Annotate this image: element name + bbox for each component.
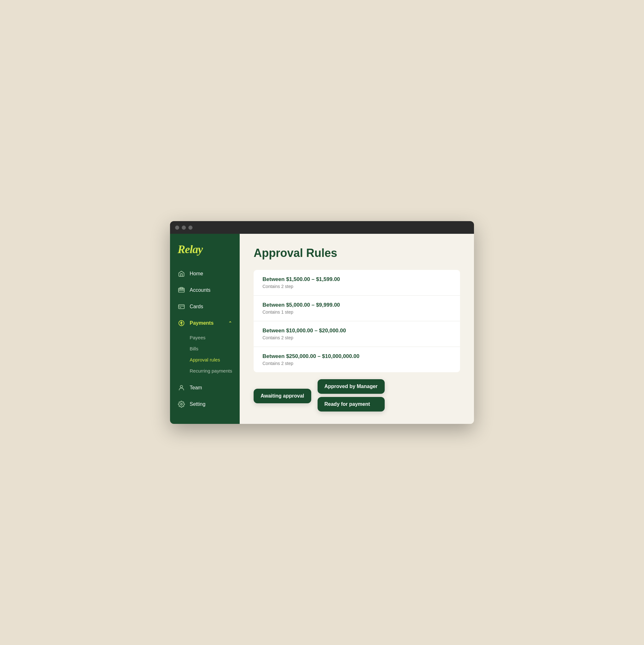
svg-point-6 — [180, 386, 183, 388]
page-title: Approval Rules — [254, 246, 460, 260]
svg-point-7 — [181, 403, 183, 405]
sidebar-item-cards-label: Cards — [190, 304, 203, 309]
browser-titlebar — [170, 221, 474, 234]
traffic-light-minimize[interactable] — [182, 226, 186, 230]
sidebar-item-payees[interactable]: Payees — [190, 332, 240, 343]
awaiting-approval-badge: Awaiting approval — [254, 389, 311, 403]
sidebar-item-accounts-label: Accounts — [190, 287, 211, 293]
rule-steps: Contains 1 step — [263, 309, 451, 314]
rule-row[interactable]: Between $10,000.00 – $20,000.00 Contains… — [254, 321, 460, 347]
app-container: Relay Home — [170, 234, 474, 424]
sidebar-item-accounts[interactable]: Accounts — [170, 282, 240, 298]
svg-rect-2 — [179, 305, 184, 309]
sidebar: Relay Home — [170, 234, 240, 424]
sidebar-item-cards[interactable]: Cards — [170, 299, 240, 314]
sidebar-item-payments[interactable]: Payments ⌃ — [170, 315, 240, 331]
sidebar-item-home[interactable]: Home — [170, 266, 240, 281]
traffic-light-close[interactable] — [175, 226, 179, 230]
rule-steps: Contains 2 step — [263, 361, 451, 366]
sidebar-item-bills[interactable]: Bills — [190, 343, 240, 354]
rule-range: Between $5,000.00 – $9,999.00 — [263, 302, 451, 308]
payments-sub-nav: Payees Bills Approval rules Recurring pa… — [170, 332, 240, 376]
payments-icon — [178, 319, 185, 327]
sidebar-nav: Home Accounts — [170, 266, 240, 418]
rule-range: Between $1,500.00 – $1,599.00 — [263, 276, 451, 282]
sidebar-item-recurring-payments[interactable]: Recurring payments — [190, 365, 240, 376]
sidebar-item-approval-rules[interactable]: Approval rules — [190, 354, 240, 365]
ready-for-payment-badge: Ready for payment — [318, 397, 385, 412]
rule-steps: Contains 2 step — [263, 284, 451, 289]
sidebar-item-team[interactable]: Team — [170, 380, 240, 395]
badges-section: Awaiting approval Approved by Manager Re… — [254, 382, 460, 412]
rule-steps: Contains 2 step — [263, 335, 451, 340]
badge-group: Approved by Manager Ready for payment — [318, 379, 385, 412]
sidebar-item-home-label: Home — [190, 271, 203, 276]
approval-rules-card: Between $1,500.00 – $1,599.00 Contains 2… — [254, 270, 460, 372]
setting-icon — [178, 400, 185, 408]
sidebar-item-setting[interactable]: Setting — [170, 397, 240, 412]
main-content: Approval Rules Between $1,500.00 – $1,59… — [240, 234, 474, 424]
sidebar-item-setting-label: Setting — [190, 401, 206, 407]
sidebar-item-team-label: Team — [190, 385, 202, 391]
rule-row[interactable]: Between $5,000.00 – $9,999.00 Contains 1… — [254, 295, 460, 321]
rule-range: Between $10,000.00 – $20,000.00 — [263, 328, 451, 334]
rule-range: Between $250,000.00 – $10,000,000.00 — [263, 353, 451, 360]
team-icon — [178, 384, 185, 392]
browser-window: Relay Home — [170, 221, 474, 424]
traffic-light-maximize[interactable] — [189, 226, 193, 230]
rule-row[interactable]: Between $1,500.00 – $1,599.00 Contains 2… — [254, 270, 460, 295]
sidebar-item-payments-label: Payments — [190, 320, 214, 326]
cards-icon — [178, 303, 185, 310]
accounts-icon — [178, 286, 185, 294]
app-logo: Relay — [170, 243, 240, 266]
chevron-up-icon: ⌃ — [228, 320, 232, 326]
rule-row[interactable]: Between $250,000.00 – $10,000,000.00 Con… — [254, 347, 460, 372]
approved-by-manager-badge: Approved by Manager — [318, 379, 385, 394]
home-icon — [178, 270, 185, 277]
